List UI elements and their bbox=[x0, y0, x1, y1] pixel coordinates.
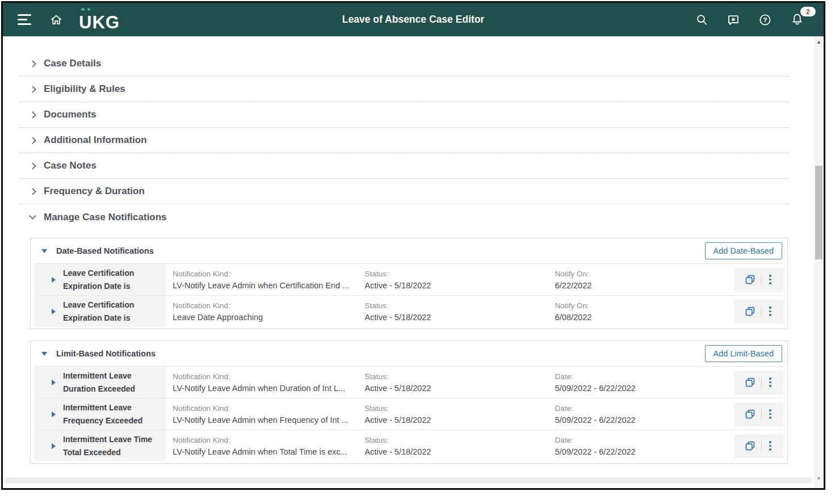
notification-row: Intermittent Leave Duration Exceeded Not… bbox=[35, 366, 783, 398]
copy-icon bbox=[744, 274, 756, 285]
section-case-notes[interactable]: Case Notes bbox=[20, 153, 789, 179]
section-label: Case Notes bbox=[44, 160, 97, 171]
section-additional-information[interactable]: Additional Information bbox=[20, 128, 789, 153]
date-column: Date: 5/09/2022 - 6/22/2022 bbox=[548, 430, 734, 461]
section-label: Documents bbox=[44, 109, 97, 120]
help-button[interactable]: ? bbox=[758, 13, 772, 27]
scroll-up-arrow-icon[interactable]: ▲ bbox=[814, 38, 824, 46]
row-menu-button[interactable] bbox=[766, 305, 775, 317]
ukg-logo-dots-icon bbox=[81, 8, 90, 11]
collapse-triangle-icon[interactable] bbox=[41, 352, 47, 356]
add-date-based-button[interactable]: Add Date-Based bbox=[705, 242, 782, 259]
status-label: Status: bbox=[365, 301, 548, 310]
notification-row: Leave Certification Expiration Date is N… bbox=[35, 295, 783, 327]
section-manage-case-notifications[interactable]: Manage Case Notifications bbox=[20, 204, 789, 230]
ukg-logo: UKG bbox=[79, 7, 120, 32]
status-label: Status: bbox=[365, 436, 548, 444]
top-bar: UKG Leave of Absence Case Editor bbox=[3, 3, 824, 36]
notifications-panels: Date-Based Notifications Add Date-Based … bbox=[3, 230, 814, 481]
date-based-panel-header: Date-Based Notifications Add Date-Based bbox=[31, 238, 787, 263]
status-label: Status: bbox=[365, 404, 548, 413]
search-icon bbox=[695, 13, 708, 26]
row-actions bbox=[734, 434, 783, 458]
notifications-button[interactable]: 2 bbox=[790, 12, 804, 27]
date-value: 5/09/2022 - 6/22/2022 bbox=[555, 415, 734, 425]
status-column: Status: Active - 5/18/2022 bbox=[357, 296, 548, 327]
row-actions bbox=[734, 402, 783, 426]
home-button[interactable] bbox=[49, 13, 63, 27]
section-case-details[interactable]: Case Details bbox=[20, 51, 789, 77]
panel-title: Date-Based Notifications bbox=[56, 246, 154, 255]
status-label: Status: bbox=[365, 270, 548, 278]
chevron-right-icon bbox=[29, 188, 36, 195]
home-icon bbox=[49, 13, 63, 27]
row-title-cell: Intermittent Leave Duration Exceeded bbox=[35, 367, 165, 398]
kind-label: Notification Kind: bbox=[173, 404, 357, 413]
section-label: Manage Case Notifications bbox=[44, 212, 166, 223]
notification-row: Leave Certification Expiration Date is N… bbox=[35, 263, 783, 295]
panel-title: Limit-Based Notifications bbox=[56, 349, 156, 358]
row-menu-button[interactable] bbox=[766, 274, 775, 285]
main-menu-button[interactable] bbox=[18, 14, 32, 25]
status-value: Active - 5/18/2022 bbox=[365, 313, 548, 322]
row-title: Intermittent Leave Time Total Exceeded bbox=[63, 433, 152, 459]
row-title-cell: Leave Certification Expiration Date is bbox=[35, 296, 165, 327]
duplicate-button[interactable] bbox=[743, 439, 757, 453]
copy-icon bbox=[744, 440, 756, 452]
expand-triangle-icon[interactable] bbox=[52, 411, 56, 417]
section-label: Frequency & Duration bbox=[44, 186, 145, 197]
kind-label: Notification Kind: bbox=[173, 301, 357, 310]
date-value: 6/08/2022 bbox=[555, 313, 734, 322]
row-title: Leave Certification Expiration Date is bbox=[63, 299, 134, 324]
limit-based-rows: Intermittent Leave Duration Exceeded Not… bbox=[31, 366, 787, 463]
vertical-scrollbar[interactable]: ▲ ▼ bbox=[814, 36, 824, 488]
date-column: Date: 5/09/2022 - 6/22/2022 bbox=[548, 367, 734, 398]
limit-based-notifications-panel: Limit-Based Notifications Add Limit-Base… bbox=[30, 341, 788, 464]
row-title-cell: Leave Certification Expiration Date is bbox=[35, 264, 165, 295]
vertical-scrollbar-thumb[interactable] bbox=[815, 166, 823, 259]
date-label: Date: bbox=[555, 404, 734, 413]
status-column: Status: Active - 5/18/2022 bbox=[357, 367, 548, 398]
notification-kind-column: Notification Kind: LV-Notify Leave Admin… bbox=[165, 367, 357, 398]
collapse-triangle-icon[interactable] bbox=[41, 249, 47, 253]
expand-triangle-icon[interactable] bbox=[52, 277, 56, 283]
row-menu-button[interactable] bbox=[766, 408, 775, 420]
duplicate-button[interactable] bbox=[743, 375, 757, 389]
kind-label: Notification Kind: bbox=[173, 372, 357, 381]
row-title-cell: Intermittent Leave Time Total Exceeded bbox=[35, 430, 165, 461]
date-label: Date: bbox=[555, 372, 734, 381]
scroll-down-arrow-icon[interactable]: ▼ bbox=[814, 474, 824, 482]
kind-value: LV-Notify Leave Admin when Certification… bbox=[173, 281, 357, 290]
horizontal-scrollbar[interactable] bbox=[5, 478, 811, 483]
status-value: Active - 5/18/2022 bbox=[365, 281, 548, 290]
divider bbox=[761, 409, 762, 419]
expand-triangle-icon[interactable] bbox=[52, 309, 56, 314]
expand-triangle-icon[interactable] bbox=[52, 443, 56, 449]
date-label: Date: bbox=[555, 436, 734, 444]
date-column: Notify On: 6/08/2022 bbox=[548, 296, 734, 327]
section-documents[interactable]: Documents bbox=[20, 102, 789, 128]
section-eligibility-rules[interactable]: Eligibility & Rules bbox=[20, 77, 789, 102]
notification-row: Intermittent Leave Time Total Exceeded N… bbox=[35, 430, 783, 461]
copy-icon bbox=[744, 376, 756, 388]
notification-kind-column: Notification Kind: LV-Notify Leave Admin… bbox=[165, 398, 357, 430]
row-menu-button[interactable] bbox=[766, 376, 775, 388]
row-menu-button[interactable] bbox=[766, 440, 775, 452]
row-actions bbox=[734, 371, 783, 394]
chevron-down-icon bbox=[29, 212, 36, 220]
feedback-button[interactable] bbox=[727, 13, 740, 27]
notification-kind-column: Notification Kind: LV-Notify Leave Admin… bbox=[165, 430, 357, 461]
section-label: Case Details bbox=[44, 58, 101, 69]
status-value: Active - 5/18/2022 bbox=[365, 415, 548, 425]
duplicate-button[interactable] bbox=[743, 304, 757, 318]
expand-triangle-icon[interactable] bbox=[52, 380, 56, 385]
search-button[interactable] bbox=[695, 13, 708, 26]
date-column: Notify On: 6/22/2022 bbox=[548, 264, 734, 295]
duplicate-button[interactable] bbox=[743, 272, 757, 287]
top-bar-actions: ? 2 bbox=[695, 12, 804, 27]
add-limit-based-button[interactable]: Add Limit-Based bbox=[705, 345, 782, 362]
section-frequency-duration[interactable]: Frequency & Duration bbox=[20, 179, 789, 204]
duplicate-button[interactable] bbox=[743, 407, 757, 421]
status-column: Status: Active - 5/18/2022 bbox=[357, 430, 548, 461]
status-value: Active - 5/18/2022 bbox=[365, 447, 548, 456]
